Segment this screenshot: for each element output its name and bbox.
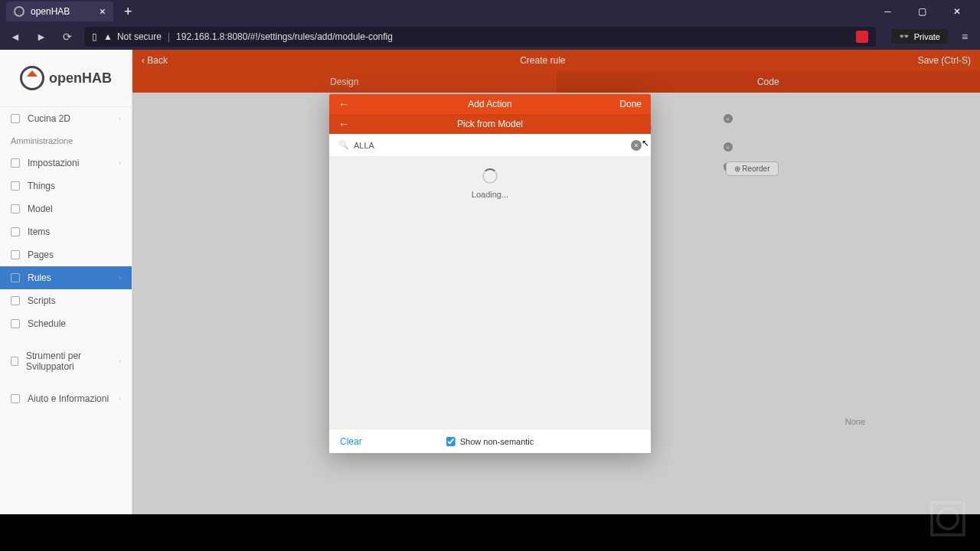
forward-icon[interactable]: ►: [32, 28, 51, 46]
sidebar-item-model[interactable]: Model: [0, 197, 132, 220]
chevron-right-icon: ›: [119, 395, 121, 403]
search-input[interactable]: 🔍 ALLA ×: [329, 134, 651, 157]
sidebar-help[interactable]: Aiuto e Informazioni›: [0, 387, 132, 410]
chevron-right-icon: ›: [119, 357, 121, 365]
sidebar-item-scripts[interactable]: Scripts: [0, 289, 132, 312]
sidebar-item-items[interactable]: Items: [0, 220, 132, 243]
done-button[interactable]: Done: [619, 99, 642, 109]
chevron-right-icon: ›: [119, 159, 121, 167]
slider-icon: [11, 273, 20, 282]
favicon: [14, 6, 24, 17]
search-icon: 🔍: [338, 140, 349, 150]
svg-point-1: [938, 509, 958, 529]
modal-title: Add Action: [468, 99, 511, 109]
sidebar-item-things[interactable]: Things: [0, 174, 132, 197]
clear-search-icon[interactable]: ×: [631, 140, 642, 151]
back-icon[interactable]: ◄: [6, 28, 24, 46]
clear-button[interactable]: Clear: [340, 436, 362, 447]
chevron-right-icon: ›: [119, 274, 121, 282]
bookmark-page-icon[interactable]: ▯: [92, 31, 97, 42]
modal-back-icon[interactable]: ←: [338, 118, 349, 130]
address-bar[interactable]: ▯ ▲Not secure | 192.168.1.8:8080/#!/sett…: [84, 27, 876, 47]
private-badge: 👓Private: [891, 29, 948, 44]
watermark-icon: [925, 496, 971, 542]
layout-icon: [11, 250, 20, 259]
shield-icon[interactable]: [856, 31, 868, 43]
insecure-icon: ▲: [103, 31, 113, 42]
doc-icon: [11, 296, 20, 305]
toggle-icon: [11, 227, 20, 236]
new-tab-button[interactable]: +: [119, 4, 137, 20]
sidebar-item-pages[interactable]: Pages: [0, 243, 132, 266]
minimize-button[interactable]: ─: [871, 0, 905, 23]
calendar-icon: [11, 319, 20, 328]
sidebar-location[interactable]: Cucina 2D ›: [0, 107, 132, 130]
info-icon: [11, 394, 20, 403]
loading-text: Loading...: [472, 190, 508, 199]
close-tab-icon[interactable]: ×: [100, 5, 106, 18]
maximize-button[interactable]: ▢: [905, 0, 939, 23]
gear-icon: [11, 158, 20, 168]
show-non-semantic-label: Show non-semantic: [460, 437, 534, 446]
close-window-button[interactable]: ✕: [939, 0, 974, 23]
sidebar-item-schedule[interactable]: Schedule: [0, 312, 132, 335]
sidebar: openHAB Cucina 2D › Amministrazione Impo…: [0, 50, 132, 551]
sidebar-dev-tools[interactable]: Strumenti per Sviluppatori›: [0, 344, 132, 378]
chevron-right-icon: ›: [119, 115, 121, 122]
modal-subtitle: Pick from Model: [457, 119, 523, 129]
add-action-modal: ← Add Action Done ← Pick from Model 🔍 AL…: [329, 94, 651, 453]
browser-menu-icon[interactable]: ≡: [956, 31, 974, 43]
spinner-icon: [482, 168, 498, 184]
home-icon: [11, 204, 20, 214]
url-text: 192.168.1.8:8080/#!/settings/rules/add/m…: [176, 31, 393, 42]
search-value: ALLA: [354, 141, 626, 150]
reload-icon[interactable]: ⟳: [58, 28, 77, 46]
plug-icon: [11, 181, 20, 191]
security-text: Not secure: [117, 31, 162, 42]
wrench-icon: [11, 357, 18, 366]
tab-title: openHAB: [31, 6, 70, 17]
sidebar-item-rules[interactable]: Rules›: [0, 266, 132, 289]
browser-tab[interactable]: openHAB ×: [6, 2, 113, 21]
sidebar-heading: Amministrazione: [0, 130, 132, 152]
app-logo: openHAB: [20, 66, 112, 90]
layers-icon: [11, 114, 20, 123]
sidebar-settings[interactable]: Impostazioni ›: [0, 152, 132, 174]
glasses-icon: 👓: [899, 31, 910, 41]
show-non-semantic-checkbox[interactable]: [446, 437, 456, 446]
modal-back-icon[interactable]: ←: [338, 98, 349, 110]
